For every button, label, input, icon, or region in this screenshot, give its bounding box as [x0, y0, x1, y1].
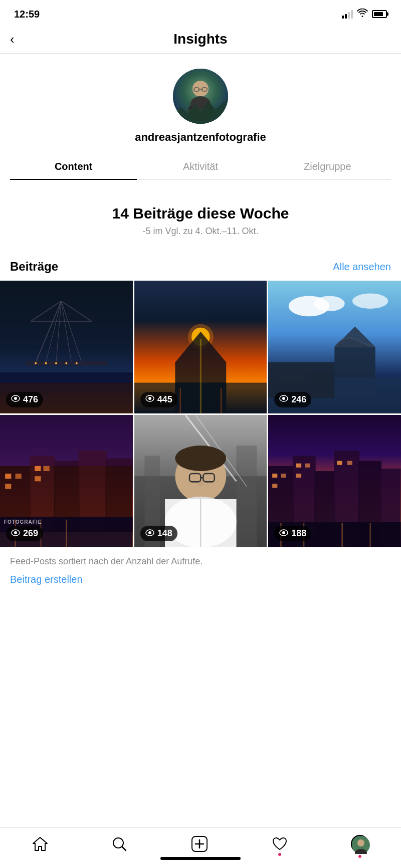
svg-point-23	[55, 362, 57, 364]
view-count-2: 445	[140, 392, 177, 407]
stats-section: 14 Beiträge diese Woche -5 im Vgl. zu 4.…	[0, 185, 401, 252]
posts-header: Beiträge Alle ansehen	[0, 252, 401, 281]
view-count-6: 188	[274, 526, 311, 541]
svg-rect-102	[347, 461, 352, 465]
watermark-4: FOTOGRAFIE	[4, 519, 42, 525]
profile-avatar-small	[351, 835, 369, 853]
create-post-link[interactable]: Beitrag erstellen	[0, 570, 401, 595]
post-item-2[interactable]: 445	[134, 281, 267, 413]
svg-rect-96	[281, 474, 286, 478]
svg-rect-68	[0, 415, 133, 466]
nav-profile[interactable]	[351, 835, 369, 853]
svg-point-43	[352, 293, 388, 309]
svg-rect-101	[337, 461, 342, 465]
svg-rect-60	[5, 484, 11, 489]
view-count-5: 148	[140, 526, 177, 541]
svg-rect-61	[35, 466, 41, 471]
svg-point-22	[45, 362, 47, 364]
svg-rect-100	[296, 474, 301, 478]
post-item-4[interactable]: FOTOGRAFIE 269	[0, 415, 133, 548]
home-icon	[32, 836, 48, 851]
eye-icon	[11, 395, 20, 404]
back-button[interactable]: ‹	[10, 32, 15, 47]
svg-point-28	[14, 397, 17, 400]
svg-point-21	[35, 362, 37, 364]
svg-rect-99	[305, 463, 310, 467]
svg-rect-97	[272, 484, 277, 488]
nav-activity[interactable]	[272, 837, 287, 851]
battery-icon	[372, 10, 387, 18]
status-time: 12:59	[14, 9, 40, 20]
username: andreasjantzenfotografie	[135, 131, 266, 144]
tab-content[interactable]: Content	[10, 154, 137, 179]
nav-search[interactable]	[112, 836, 127, 851]
post-item-6[interactable]: 188	[268, 415, 401, 548]
nav-add[interactable]	[191, 835, 208, 852]
signal-icon	[342, 10, 353, 19]
view-count-3: 246	[274, 392, 311, 407]
home-indicator-container	[0, 853, 401, 864]
header: ‹ Insights	[0, 25, 401, 54]
tab-zielgruppe[interactable]: Zielgruppe	[264, 154, 391, 179]
page-title: Insights	[173, 31, 227, 47]
see-all-link[interactable]: Alle ansehen	[333, 261, 391, 273]
footer-description: Feed-Posts sortiert nach der Anzahl der …	[0, 547, 401, 570]
svg-point-39	[148, 397, 151, 400]
eye-icon-2	[145, 395, 154, 404]
posts-section: Beiträge Alle ansehen	[0, 252, 401, 595]
eye-icon-6	[279, 529, 288, 538]
svg-line-112	[122, 847, 126, 850]
nav-home[interactable]	[32, 836, 48, 851]
eye-icon-4	[11, 529, 20, 538]
stats-main-text: 14 Beiträge diese Woche	[10, 205, 391, 222]
search-icon	[112, 836, 127, 851]
status-bar: 12:59	[0, 0, 401, 25]
stats-sub-text: -5 im Vgl. zu 4. Okt.–11. Okt.	[10, 226, 391, 237]
svg-point-78	[175, 446, 226, 471]
svg-point-87	[148, 531, 151, 534]
avatar	[173, 69, 228, 124]
svg-rect-59	[16, 474, 22, 479]
svg-point-111	[113, 838, 123, 848]
svg-point-24	[65, 362, 67, 364]
svg-marker-110	[33, 837, 47, 850]
svg-point-70	[14, 531, 17, 534]
eye-icon-3	[279, 395, 288, 404]
posts-title: Beiträge	[10, 260, 58, 274]
tabs-container: Content Aktivität Zielgruppe	[10, 154, 391, 180]
view-count-1: 476	[6, 392, 43, 407]
svg-point-117	[357, 839, 364, 846]
status-icons	[342, 9, 387, 20]
wifi-icon	[357, 9, 368, 20]
svg-rect-63	[35, 476, 41, 481]
posts-grid: 476	[0, 281, 401, 547]
svg-rect-95	[272, 474, 277, 478]
svg-rect-62	[44, 466, 50, 471]
svg-point-82	[197, 482, 204, 486]
heart-icon	[272, 837, 287, 851]
profile-section: andreasjantzenfotografie Content Aktivit…	[0, 54, 401, 185]
svg-rect-98	[296, 463, 301, 467]
eye-icon-5	[145, 529, 154, 538]
add-icon	[191, 835, 208, 852]
post-item-5[interactable]: 148	[134, 415, 267, 548]
svg-rect-58	[5, 474, 11, 479]
svg-rect-74	[236, 446, 257, 548]
home-indicator	[160, 857, 241, 860]
svg-point-109	[282, 531, 285, 534]
post-item-1[interactable]: 476	[0, 281, 133, 413]
tab-aktivitaet[interactable]: Aktivität	[137, 154, 264, 179]
svg-point-51	[282, 397, 285, 400]
post-item-3[interactable]: 246	[268, 281, 401, 413]
view-count-4: 269	[6, 526, 43, 541]
svg-point-42	[314, 296, 345, 312]
svg-point-2	[192, 81, 209, 97]
svg-point-25	[76, 362, 78, 364]
